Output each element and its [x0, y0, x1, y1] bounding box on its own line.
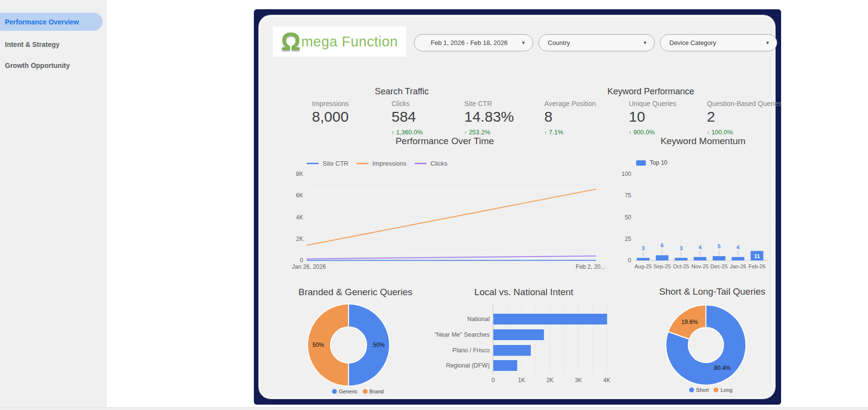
chart-title-keyword-momentum: Keyword Momentum	[661, 136, 745, 147]
branded-generic-legend: GenericBrand	[327, 388, 384, 394]
legend-label: Site CTR	[323, 160, 349, 167]
scorecard-delta: ↑ 1,360.0%	[392, 129, 423, 136]
scorecard-label: Clicks	[392, 100, 423, 108]
scorecard-clicks: Clicks 584 ↑ 1,360.0%	[392, 100, 423, 136]
chart-title-branded-generic: Branded & Generic Queries	[298, 287, 412, 298]
svg-text:Jan-26: Jan-26	[730, 263, 746, 269]
scorecard-value: 10	[629, 108, 676, 125]
scorecard-label: Site CTR	[464, 100, 514, 108]
arrow-up-icon: ↑	[629, 129, 632, 135]
chart-title-short-long: Short & Long-Tail Queries	[659, 286, 765, 297]
svg-text:Sep-25: Sep-25	[654, 263, 671, 269]
svg-text:Nov-25: Nov-25	[691, 263, 708, 269]
scorecard-question-queries: Question-Based Queries 2 ↑ 100.0%	[707, 100, 782, 136]
scorecard-value: 2	[707, 108, 782, 125]
svg-text:4K: 4K	[296, 214, 303, 221]
arrow-up-icon: ↑	[392, 129, 394, 135]
svg-text:Jan 26, 2026: Jan 26, 2026	[292, 263, 326, 270]
country-filter[interactable]: Country ▾	[538, 34, 655, 51]
sidebar-item-intent-strategy[interactable]: Intent & Strategy	[0, 39, 103, 50]
svg-text:Feb 2, 20...: Feb 2, 20...	[576, 263, 605, 270]
line-chart-legend: Site CTRImpressionsClicks	[307, 160, 455, 167]
svg-text:0: 0	[300, 257, 303, 264]
scorecard-delta: ↑ 253.2%	[464, 129, 514, 136]
legend-item: Impressions	[356, 160, 407, 167]
dashboard-card: Ω mega Function Feb 1, 2026 - Feb 18, 20…	[259, 15, 775, 399]
legend-label: Generic	[339, 388, 358, 394]
sidebar-item-growth-opportunity[interactable]: Growth Opportunity	[0, 60, 103, 71]
svg-text:Regional (DFW): Regional (DFW)	[446, 362, 490, 369]
short-long-donut: 80.4%19.6%	[662, 301, 750, 389]
svg-text:100: 100	[621, 171, 631, 177]
svg-text:80.4%: 80.4%	[714, 365, 730, 371]
group-title-search-traffic: Search Traffic	[375, 86, 429, 97]
svg-text:25: 25	[625, 236, 632, 242]
legend-label: Short	[696, 387, 709, 393]
legend-label: Top 10	[650, 159, 667, 166]
svg-text:Aug-25: Aug-25	[635, 263, 652, 269]
arrow-up-icon: ↑	[464, 129, 467, 135]
chevron-down-icon: ▾	[766, 40, 769, 46]
legend-swatch	[307, 163, 319, 164]
legend-label: Brand	[370, 388, 384, 394]
legend-item: Site CTR	[307, 160, 349, 167]
scorecard-value: 584	[392, 108, 423, 125]
svg-text:6K: 6K	[296, 192, 303, 199]
legend-item: Clicks	[414, 160, 448, 167]
scorecard-unique-queries: Unique Queries 10 ↑ 900.0%	[629, 100, 676, 136]
scrollbar-track[interactable]	[0, 407, 868, 410]
group-title-keyword-performance: Keyword Performance	[607, 86, 694, 97]
chevron-down-icon: ▾	[522, 40, 525, 46]
svg-text:3: 3	[641, 245, 644, 251]
legend-dot	[332, 389, 337, 394]
device-filter-label: Device Category	[669, 39, 716, 46]
scorecard-value: 8,000	[312, 108, 349, 125]
dashboard-frame: Ω mega Function Feb 1, 2026 - Feb 18, 20…	[254, 9, 781, 405]
legend-dot	[714, 388, 719, 392]
svg-text:4: 4	[737, 244, 740, 250]
sidebar-item-label: Growth Opportunity	[0, 62, 70, 69]
svg-text:5: 5	[718, 243, 721, 249]
svg-text:4: 4	[699, 244, 702, 250]
svg-text:Oct-25: Oct-25	[673, 263, 689, 269]
svg-text:50%: 50%	[312, 342, 324, 348]
svg-text:75: 75	[625, 192, 632, 199]
momentum-legend: Top 10	[636, 159, 667, 166]
short-long-legend: ShortLong	[684, 387, 733, 393]
scorecard-delta: ↑ 100.0%	[707, 129, 782, 136]
scorecard-value: 14.83%	[464, 108, 514, 125]
svg-text:4K: 4K	[603, 377, 611, 384]
scorecard-label: Impressions	[312, 100, 349, 108]
svg-text:3: 3	[680, 245, 682, 251]
device-category-filter[interactable]: Device Category ▾	[660, 34, 777, 51]
sidebar: Performance Overview Intent & Strategy G…	[0, 0, 106, 407]
keyword-momentum-chart: 02550751003Aug-256Sep-253Oct-254Nov-255D…	[621, 168, 778, 281]
legend-swatch	[414, 163, 427, 164]
scorecard-label: Average Position	[544, 100, 596, 108]
svg-text:Plano / Frisco: Plano / Frisco	[453, 347, 490, 354]
legend-label: Clicks	[431, 160, 448, 167]
svg-text:11: 11	[754, 253, 760, 259]
svg-text:0: 0	[628, 257, 631, 264]
logo: Ω mega Function	[273, 26, 406, 57]
chart-title-local-national: Local vs. National Intent	[475, 287, 574, 298]
scorecard-average-position: Average Position 8 ↑ 7.1%	[544, 100, 596, 136]
legend-label: Impressions	[372, 160, 407, 167]
sidebar-item-performance-overview[interactable]: Performance Overview	[0, 13, 103, 31]
scorecard-value: 8	[544, 108, 596, 125]
legend-dot	[363, 389, 368, 394]
date-range-value: Feb 1, 2026 - Feb 18, 2026	[431, 39, 508, 46]
svg-text:2K: 2K	[546, 377, 554, 384]
scorecard-delta: ↑ 7.1%	[544, 129, 596, 136]
svg-text:8K: 8K	[296, 171, 303, 177]
chevron-down-icon: ▾	[643, 40, 646, 46]
performance-over-time-chart: 02K4K6K8KJan 26, 2026Feb 2, 20...	[289, 168, 617, 281]
svg-text:3K: 3K	[575, 377, 582, 384]
scorecard-label: Question-Based Queries	[707, 100, 782, 108]
svg-text:0: 0	[492, 377, 495, 384]
branded-generic-donut: 50%50%	[305, 301, 393, 389]
svg-text:50%: 50%	[373, 342, 385, 348]
date-range-filter[interactable]: Feb 1, 2026 - Feb 18, 2026 ▾	[414, 34, 533, 51]
legend-dot	[689, 388, 694, 392]
svg-text:Dec-25: Dec-25	[710, 263, 727, 269]
